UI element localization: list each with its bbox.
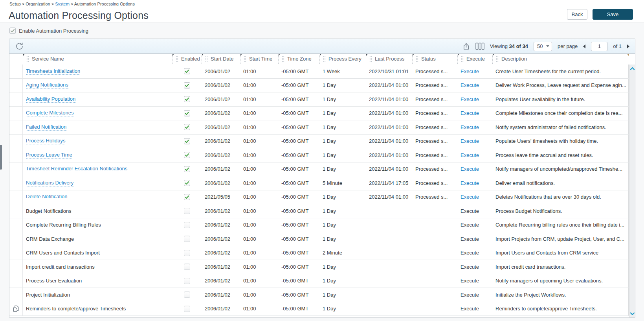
execute-text: Execute — [461, 208, 479, 214]
enabled-cell — [172, 288, 202, 302]
column-header-start-date[interactable]: Start Date — [202, 54, 240, 64]
enabled-cell — [172, 260, 202, 274]
execute-link[interactable]: Execute — [461, 180, 479, 186]
page-number-input[interactable] — [591, 42, 607, 51]
service-name-link[interactable]: Failed Notification — [26, 124, 66, 131]
next-page-icon[interactable] — [627, 44, 629, 48]
column-header-status[interactable]: Status — [412, 54, 457, 64]
enabled-checkbox[interactable] — [184, 222, 190, 228]
execute-link[interactable]: Execute — [461, 166, 479, 172]
enabled-checkbox[interactable] — [184, 250, 190, 256]
column-header-last-process[interactable]: Last Process — [366, 54, 412, 64]
column-drag-handle-icon[interactable] — [416, 56, 418, 62]
execute-link[interactable]: Execute — [461, 82, 479, 88]
column-header-description[interactable]: Description — [492, 54, 629, 64]
enabled-checkbox[interactable] — [184, 96, 190, 102]
refresh-icon[interactable] — [15, 42, 24, 51]
per-page-value: 50 — [537, 43, 543, 49]
table-row: CRM Data Exchange2006/01/0201:00-05:00 G… — [9, 232, 629, 246]
enabled-checkbox[interactable] — [184, 166, 190, 172]
column-header-service-name[interactable]: Service Name — [23, 54, 172, 64]
vertical-scrollbar[interactable] — [629, 65, 635, 317]
column-header-execute[interactable]: Execute — [457, 54, 492, 64]
status-cell — [412, 302, 457, 316]
column-header-start-time[interactable]: Start Time — [240, 54, 278, 64]
execute-text: Execute — [461, 222, 479, 228]
row-actions-cell — [9, 162, 23, 176]
column-drag-handle-icon[interactable] — [176, 56, 178, 62]
column-header-process-every[interactable]: Process Every — [319, 54, 366, 64]
per-page-select[interactable]: 50 — [534, 42, 552, 51]
execute-link[interactable]: Execute — [461, 110, 479, 116]
column-drag-handle-icon[interactable] — [26, 56, 29, 62]
column-header-time-zone[interactable]: Time Zone — [278, 54, 319, 64]
column-drag-handle-icon[interactable] — [282, 56, 284, 62]
service-name-link[interactable]: Process Holidays — [26, 138, 65, 144]
column-drag-handle-icon[interactable] — [323, 56, 326, 62]
execute-link[interactable]: Execute — [461, 194, 479, 200]
breadcrumb-item-system[interactable]: System — [55, 2, 70, 7]
execute-link[interactable]: Execute — [461, 138, 479, 144]
column-drag-handle-icon[interactable] — [244, 56, 246, 62]
enabled-checkbox[interactable] — [184, 68, 190, 74]
columns-icon[interactable] — [475, 42, 484, 50]
column-drag-handle-icon[interactable] — [205, 56, 208, 62]
column-drag-handle-icon[interactable] — [369, 56, 372, 62]
viewing-count: Viewing 34 of 34 — [490, 43, 528, 49]
service-name-link[interactable]: Timesheet Reminder Escalation Notificati… — [26, 166, 127, 172]
execute-link[interactable]: Execute — [461, 68, 479, 74]
last-process-cell — [366, 218, 412, 232]
panel-resize-handle[interactable] — [0, 145, 2, 170]
start-time-cell: 01:00 — [240, 204, 278, 218]
last-process-cell: 2022/11/04 17:05 — [366, 176, 412, 190]
enabled-checkbox[interactable] — [184, 236, 190, 242]
column-header-enabled[interactable]: Enabled — [172, 54, 202, 64]
save-button[interactable]: Save — [593, 9, 633, 20]
execute-link[interactable]: Execute — [461, 96, 479, 102]
execute-link[interactable]: Execute — [461, 152, 479, 158]
service-name-link[interactable]: Complete Milestones — [26, 110, 73, 116]
process-every-cell: 1 Day — [319, 135, 366, 148]
process-every-cell: 1 Day — [319, 288, 366, 302]
status-cell — [412, 274, 457, 288]
enable-automation-checkbox[interactable] — [9, 28, 16, 34]
column-drag-handle-icon[interactable] — [496, 56, 499, 62]
enabled-checkbox[interactable] — [184, 306, 190, 312]
execute-link[interactable]: Execute — [461, 124, 479, 130]
scroll-down-icon[interactable] — [629, 310, 635, 317]
back-button[interactable]: Back — [567, 9, 587, 20]
service-name-cell: Process User Evaluation — [23, 274, 172, 288]
enabled-checkbox[interactable] — [184, 138, 190, 144]
enabled-checkbox[interactable] — [184, 82, 190, 89]
enabled-checkbox[interactable] — [184, 180, 190, 186]
column-drag-handle-icon[interactable] — [461, 56, 464, 62]
chevron-down-icon — [546, 45, 549, 47]
scroll-up-icon[interactable] — [629, 65, 635, 72]
enabled-checkbox[interactable] — [184, 264, 190, 270]
process-every-cell: 1 Day — [319, 204, 366, 218]
enabled-checkbox[interactable] — [184, 208, 190, 214]
service-name-link[interactable]: Aging Notifications — [26, 82, 68, 89]
service-name-cell: Reminders to complete/approve Timesheets — [23, 302, 172, 316]
enabled-checkbox[interactable] — [184, 291, 190, 298]
service-name-link[interactable]: Availability Population — [26, 96, 75, 103]
table-row: CRM Users and Contacts Import2006/01/020… — [9, 246, 629, 260]
service-name-link[interactable]: Timesheets Initialization — [26, 68, 80, 75]
enabled-checkbox[interactable] — [184, 124, 190, 130]
process-every-cell: 1 Day — [319, 79, 366, 92]
enabled-checkbox[interactable] — [184, 194, 190, 200]
service-name-cell: Availability Population — [23, 92, 172, 106]
service-name-link[interactable]: Notifications Delivery — [26, 180, 73, 186]
enabled-checkbox[interactable] — [184, 278, 190, 284]
service-name-cell: Delete Notification — [23, 190, 172, 204]
service-name-link[interactable]: Delete Notification — [26, 194, 68, 200]
service-name-link[interactable]: Process Leave Time — [26, 152, 72, 159]
description-cell: Import Users and Contacts from CRM servi… — [492, 246, 629, 260]
enabled-checkbox[interactable] — [184, 152, 190, 158]
breadcrumb-item-organization: Organization — [26, 2, 50, 6]
export-icon[interactable] — [462, 42, 470, 50]
prev-page-icon[interactable] — [583, 44, 585, 48]
duplicate-row-button[interactable] — [13, 305, 19, 312]
execute-cell: Execute — [457, 274, 492, 288]
enabled-checkbox[interactable] — [184, 110, 190, 116]
